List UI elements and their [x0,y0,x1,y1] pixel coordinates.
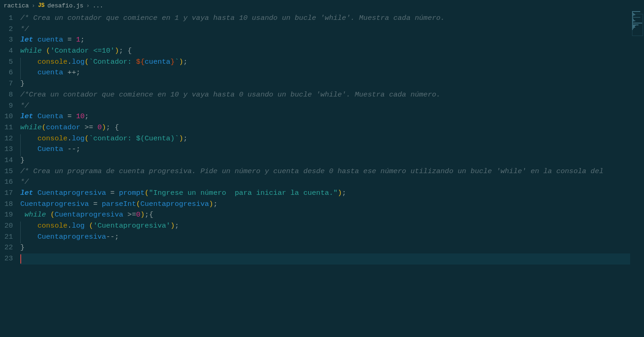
indent-guide [20,222,21,233]
token [63,36,67,44]
token: ) [115,47,119,55]
line-number[interactable]: 23 [0,253,13,265]
token [33,189,37,197]
breadcrumb-folder[interactable]: ractica [4,2,29,9]
line-number[interactable]: 14 [0,155,13,166]
token: ; [213,200,218,208]
token: Cuentaprogresiva [54,211,123,219]
code-line[interactable]: cuenta ++; [20,67,630,78]
breadcrumb-more[interactable]: ... [93,2,103,9]
token [20,134,37,143]
code-area[interactable]: /* Crea un contador que comience en 1 y … [20,11,630,337]
code-line[interactable]: console.log(`Contador: ${cuenta}`); [20,57,630,68]
token: prompt [119,189,145,197]
token: cuenta [37,36,63,44]
code-line[interactable]: Cuentaprogresiva--; [20,232,630,243]
code-line[interactable]: /* Crea un contador que comience en 1 y … [20,13,630,24]
breadcrumb[interactable]: ractica › JS desafio.js › ... [0,0,644,11]
code-line[interactable]: } [20,155,630,166]
line-number[interactable]: 1 [0,13,13,24]
token: ) [179,134,183,143]
token: ; [175,222,179,230]
token: ) [209,200,213,208]
code-line[interactable]: /*Crea un contador que comience en 10 y … [20,90,630,101]
code-line[interactable]: */ [20,177,630,188]
token: log [72,58,85,66]
token: ; [115,233,119,241]
token: . [67,134,71,143]
code-line[interactable]: let cuenta = 1; [20,35,630,46]
token: let [20,189,33,197]
token: ) [102,123,106,132]
minimap-viewport[interactable] [632,14,643,36]
line-number[interactable]: 19 [0,210,13,221]
code-line[interactable]: while (Cuentaprogresiva >=0);{ [20,210,630,221]
token: ; [76,68,80,77]
token: ; [80,36,84,44]
token [63,68,67,77]
line-number[interactable]: 11 [0,122,13,133]
code-line[interactable]: } [20,78,630,90]
token: ) [141,211,145,219]
token: Cuentaprogresiva [141,200,209,208]
token: ( [42,123,46,132]
token: */ [20,102,29,110]
line-number[interactable]: 5 [0,57,13,68]
token [46,211,50,219]
code-editor[interactable]: 1234567891011121314151617181920212223 /*… [0,11,644,337]
token: parseInt [102,200,136,208]
line-number[interactable]: 21 [0,232,13,243]
indent-guide [20,145,21,156]
line-number[interactable]: 8 [0,90,13,101]
line-number[interactable]: 20 [0,221,13,232]
line-number[interactable]: 18 [0,199,13,210]
line-number-gutter[interactable]: 1234567891011121314151617181920212223 [0,11,20,337]
line-number[interactable]: 12 [0,133,13,144]
code-line[interactable]: */ [20,101,630,112]
line-number[interactable]: 13 [0,144,13,155]
token: { [149,211,153,219]
token: = [110,189,114,197]
token: ; [342,189,346,197]
line-number[interactable]: 22 [0,242,13,253]
token: while [20,123,42,132]
token: Cuenta [37,145,63,153]
token: >= [85,123,94,132]
code-line[interactable]: /* Crea un programa de cuenta progresiva… [20,166,630,177]
token [106,189,110,197]
js-file-icon: JS [38,2,44,9]
code-line[interactable]: Cuenta --; [20,144,630,155]
token: ; [183,58,188,66]
token [89,200,93,208]
code-line[interactable]: console.log(`contador: $(Cuenta)`); [20,133,630,144]
line-number[interactable]: 3 [0,35,13,46]
code-line[interactable]: */ [20,24,630,35]
code-line[interactable]: } [20,242,630,253]
code-line[interactable]: let Cuentaprogresiva = prompt("Ingrese u… [20,188,630,199]
minimap[interactable] [630,11,644,337]
line-number[interactable]: 17 [0,188,13,199]
token: } [20,243,24,252]
token [20,222,37,230]
code-line[interactable]: let Cuenta = 10; [20,111,630,122]
line-number[interactable]: 9 [0,101,13,112]
token: ( [85,58,89,66]
token [33,112,37,120]
code-line[interactable]: Cuentaprogresiva = parseInt(Cuentaprogre… [20,199,630,210]
code-line[interactable]: while(contador >= 0); { [20,122,630,133]
line-number[interactable]: 10 [0,111,13,122]
line-number[interactable]: 7 [0,78,13,90]
token: 'Cuentaprogresiva' [93,222,170,230]
token [63,112,67,120]
line-number[interactable]: 15 [0,166,13,177]
code-line[interactable]: while ('Contador <=10'); { [20,46,630,57]
token: console [37,134,67,143]
code-line[interactable]: console.log ('Cuentaprogresiva'); [20,221,630,232]
line-number[interactable]: 2 [0,24,13,35]
line-number[interactable]: 6 [0,67,13,78]
line-number[interactable]: 16 [0,177,13,188]
token [80,123,84,132]
line-number[interactable]: 4 [0,46,13,57]
breadcrumb-file[interactable]: desafio.js [47,2,83,9]
code-line[interactable] [20,253,630,265]
